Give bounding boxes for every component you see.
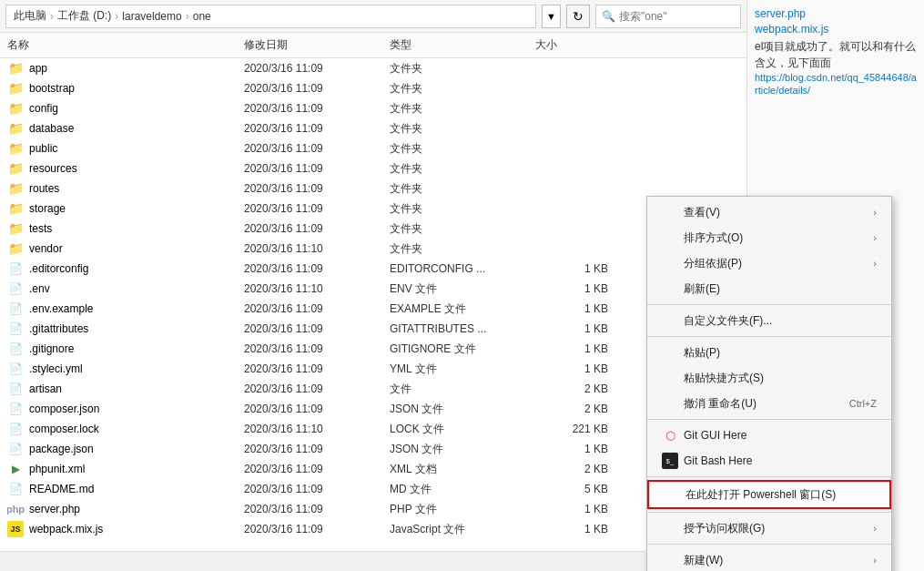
- file-row[interactable]: 📁 config 2020/3/16 11:09 文件夹: [0, 98, 746, 118]
- file-row[interactable]: 📄 .styleci.yml 2020/3/16 11:09 YML 文件 1 …: [0, 359, 746, 379]
- col-header-size[interactable]: 大小: [535, 37, 608, 53]
- file-name: public: [29, 142, 57, 155]
- file-row[interactable]: 📄 package.json 2020/3/16 11:09 JSON 文件 1…: [0, 439, 746, 459]
- file-name-cell: JS webpack.mix.js: [7, 521, 244, 537]
- ctx-arrow-icon: ›: [873, 523, 877, 534]
- right-panel-article-link[interactable]: https://blog.csdn.net/qq_45844648/articl…: [755, 72, 917, 96]
- file-row[interactable]: 📁 routes 2020/3/16 11:09 文件夹: [0, 178, 746, 199]
- col-header-date[interactable]: 修改日期: [244, 37, 390, 53]
- generic-icon: 📄: [7, 441, 24, 457]
- file-date-cell: 2020/3/16 11:09: [244, 82, 390, 95]
- search-box[interactable]: 🔍: [595, 5, 741, 28]
- file-type-cell: 文件夹: [390, 221, 535, 237]
- file-name-cell: 📄 artisan: [7, 381, 244, 397]
- generic-icon: 📄: [7, 421, 24, 437]
- file-date-cell: 2020/3/16 11:09: [244, 523, 390, 535]
- file-name-cell: 📁 public: [7, 140, 244, 157]
- file-row[interactable]: JS webpack.mix.js 2020/3/16 11:09 JavaSc…: [0, 519, 746, 539]
- context-menu-item[interactable]: 撤消 重命名(U) Ctrl+Z: [647, 391, 891, 416]
- context-menu-item[interactable]: 刷新(E): [647, 276, 891, 301]
- ctx-item-label: 授予访问权限(G): [684, 521, 868, 536]
- address-path[interactable]: 此电脑 › 工作盘 (D:) › laraveldemo › one: [5, 5, 536, 28]
- context-menu-item[interactable]: 粘贴快捷方式(S): [647, 365, 891, 391]
- file-row[interactable]: 📁 bootstrap 2020/3/16 11:09 文件夹: [0, 78, 746, 98]
- right-panel-file-webpack[interactable]: webpack.mix.js: [755, 23, 917, 36]
- right-panel-file-server[interactable]: server.php: [755, 7, 917, 20]
- refresh-button[interactable]: ↻: [566, 5, 590, 28]
- file-date-cell: 2020/3/16 11:09: [244, 162, 390, 175]
- file-row[interactable]: 📄 .editorconfig 2020/3/16 11:09 EDITORCO…: [0, 259, 746, 279]
- file-row[interactable]: 📄 .gitignore 2020/3/16 11:09 GITIGNORE 文…: [0, 339, 746, 359]
- context-menu: 查看(V) › 排序方式(O) › 分组依据(P) › 刷新(E) 自定义文件夹…: [646, 196, 892, 571]
- file-row[interactable]: 📁 app 2020/3/16 11:09 文件夹: [0, 58, 746, 78]
- file-name-cell: 📁 app: [7, 60, 244, 76]
- context-menu-divider: [647, 544, 891, 545]
- ctx-icon-empty: [662, 255, 678, 271]
- context-menu-item[interactable]: 在此处打开 Powershell 窗口(S): [647, 480, 891, 509]
- context-menu-item[interactable]: 自定义文件夹(F)...: [647, 308, 891, 333]
- file-name: vendor: [29, 242, 63, 255]
- file-row[interactable]: 📁 tests 2020/3/16 11:09 文件夹: [0, 219, 746, 239]
- file-name: config: [29, 102, 58, 115]
- file-row[interactable]: 📄 composer.json 2020/3/16 11:09 JSON 文件 …: [0, 399, 746, 419]
- file-row[interactable]: ▶ phpunit.xml 2020/3/16 11:09 XML 文档 2 K…: [0, 459, 746, 479]
- context-menu-item[interactable]: ⬡ Git GUI Here: [647, 423, 891, 448]
- file-size-cell: 1 KB: [535, 282, 608, 295]
- file-type-cell: LOCK 文件: [390, 422, 535, 437]
- address-dropdown[interactable]: ▼: [542, 5, 561, 28]
- file-name-cell: 📁 storage: [7, 200, 244, 217]
- file-date-cell: 2020/3/16 11:09: [244, 382, 390, 395]
- address-part-3: one: [193, 10, 211, 23]
- file-name-cell: 📄 .editorconfig: [7, 260, 244, 277]
- file-name: .env: [29, 282, 50, 295]
- file-row[interactable]: 📁 storage 2020/3/16 11:09 文件夹: [0, 199, 746, 219]
- context-menu-item[interactable]: 授予访问权限(G) ›: [647, 515, 891, 541]
- file-name-cell: 📁 database: [7, 120, 244, 137]
- context-menu-divider: [647, 304, 891, 305]
- ctx-item-label: 自定义文件夹(F)...: [684, 313, 877, 329]
- file-row[interactable]: 📁 vendor 2020/3/16 11:10 文件夹: [0, 239, 746, 259]
- file-row[interactable]: 📄 artisan 2020/3/16 11:09 文件 2 KB: [0, 379, 746, 399]
- file-type-cell: JSON 文件: [390, 442, 535, 457]
- context-menu-item[interactable]: 排序方式(O) ›: [647, 225, 891, 250]
- file-name: phpunit.xml: [29, 463, 85, 475]
- file-row[interactable]: 📄 composer.lock 2020/3/16 11:10 LOCK 文件 …: [0, 419, 746, 439]
- file-name-cell: php server.php: [7, 501, 244, 517]
- file-name-cell: 📄 README.md: [7, 481, 244, 497]
- file-row[interactable]: 📁 resources 2020/3/16 11:09 文件夹: [0, 158, 746, 178]
- context-menu-item[interactable]: $_ Git Bash Here: [647, 448, 891, 474]
- file-name-cell: 📁 config: [7, 100, 244, 117]
- file-type-cell: 文件夹: [390, 121, 535, 137]
- file-date-cell: 2020/3/16 11:09: [244, 262, 390, 275]
- file-row[interactable]: 📄 README.md 2020/3/16 11:09 MD 文件 5 KB: [0, 479, 746, 499]
- file-type-cell: PHP 文件: [390, 502, 535, 517]
- file-name: .gitattributes: [29, 322, 88, 335]
- generic-icon: 📄: [7, 321, 24, 337]
- context-menu-item[interactable]: 粘贴(P): [647, 340, 891, 365]
- folder-icon: 📁: [7, 60, 24, 76]
- search-input[interactable]: [619, 10, 735, 23]
- file-row[interactable]: 📄 .gitattributes 2020/3/16 11:09 GITATTR…: [0, 319, 746, 339]
- context-menu-item[interactable]: 分组依据(P) ›: [647, 250, 891, 276]
- ctx-arrow-icon: ›: [873, 232, 877, 243]
- file-name-cell: ▶ phpunit.xml: [7, 461, 244, 477]
- file-name: server.php: [29, 503, 80, 515]
- file-row[interactable]: 📄 .env 2020/3/16 11:10 ENV 文件 1 KB: [0, 279, 746, 299]
- file-name: database: [29, 122, 74, 135]
- file-name-cell: 📁 routes: [7, 180, 244, 197]
- col-header-type[interactable]: 类型: [390, 37, 535, 53]
- file-row[interactable]: 📄 .env.example 2020/3/16 11:09 EXAMPLE 文…: [0, 299, 746, 319]
- file-date-cell: 2020/3/16 11:09: [244, 403, 390, 415]
- folder-icon: 📁: [7, 100, 24, 117]
- file-name-cell: 📄 .gitignore: [7, 341, 244, 357]
- ctx-item-label: 粘贴(P): [684, 345, 877, 361]
- file-row[interactable]: 📁 database 2020/3/16 11:09 文件夹: [0, 118, 746, 138]
- file-row[interactable]: php server.php 2020/3/16 11:09 PHP 文件 1 …: [0, 499, 746, 519]
- file-type-cell: 文件夹: [390, 81, 535, 97]
- col-header-name[interactable]: 名称: [7, 37, 244, 53]
- folder-icon: 📁: [7, 240, 24, 257]
- file-row[interactable]: 📁 public 2020/3/16 11:09 文件夹: [0, 138, 746, 158]
- file-name: tests: [29, 222, 52, 235]
- context-menu-item[interactable]: 新建(W) ›: [647, 547, 891, 571]
- context-menu-item[interactable]: 查看(V) ›: [647, 199, 891, 225]
